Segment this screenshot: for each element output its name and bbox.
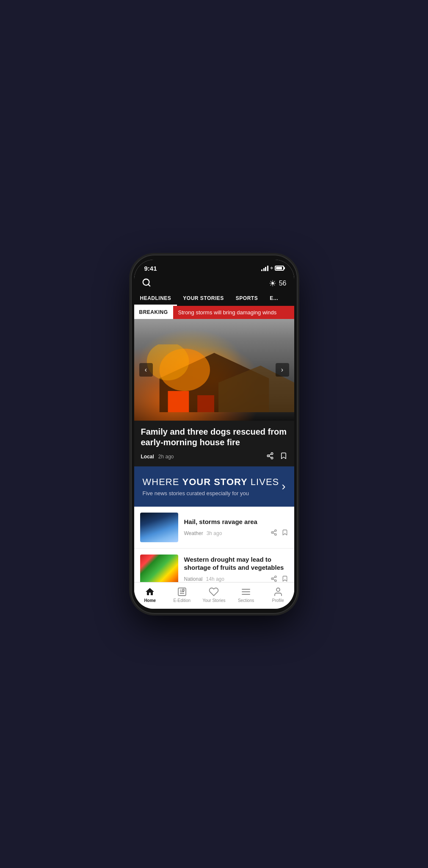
news-item: Western drought may lead to shortage of …: [134, 549, 294, 582]
phone-screen: 9:41 ⌖: [134, 260, 294, 609]
share-icon: [266, 452, 274, 460]
hero-meta: Local 2h ago: [141, 452, 287, 461]
news-meta-left: Weather 3h ago: [184, 530, 222, 536]
svg-line-22: [273, 577, 275, 578]
profile-label: Profile: [272, 598, 284, 603]
svg-line-1: [148, 284, 150, 286]
tab-your-stories[interactable]: YOUR STORIES: [177, 292, 229, 306]
news-content: Hail, storms ravage area Weather 3h ago: [184, 518, 288, 538]
breaking-text: Strong storms will bring damaging winds: [173, 306, 294, 319]
news-meta-left: National 14h ago: [184, 576, 224, 582]
svg-point-31: [276, 588, 280, 591]
search-button[interactable]: [142, 278, 151, 289]
hero-bookmark-button[interactable]: [280, 452, 287, 461]
sun-icon: ☀: [269, 278, 276, 288]
main-scroll[interactable]: ‹ › Family and three dogs rescued from e…: [134, 319, 294, 582]
battery-icon: [275, 266, 284, 271]
bottom-nav-your-stories[interactable]: Your Stories: [198, 582, 230, 609]
hero-prev-button[interactable]: ‹: [139, 363, 153, 377]
share-icon: [271, 529, 277, 536]
hero-section: ‹ › Family and three dogs rescued from e…: [134, 319, 294, 466]
bookmark-icon: [280, 452, 287, 460]
bottom-nav-home[interactable]: Home: [134, 582, 166, 609]
news-time: 3h ago: [207, 530, 222, 536]
profile-icon: [273, 587, 283, 597]
svg-line-16: [273, 533, 275, 534]
svg-rect-4: [168, 391, 189, 412]
edition-icon: [177, 587, 187, 597]
svg-line-21: [273, 579, 275, 580]
news-item: Hail, storms ravage area Weather 3h ago: [134, 507, 294, 549]
hero-actions: [266, 452, 287, 461]
promo-title: WHERE YOUR STORY LIVES: [143, 477, 279, 488]
news-list: Hail, storms ravage area Weather 3h ago: [134, 507, 294, 582]
promo-text-block: WHERE YOUR STORY LIVES Five news stories…: [143, 477, 279, 496]
status-icons: ⌖: [261, 265, 284, 272]
news-bookmark-button[interactable]: [282, 529, 288, 537]
bottom-nav-profile[interactable]: Profile: [262, 582, 294, 609]
news-meta: Weather 3h ago: [184, 529, 288, 537]
hero-time: 2h ago: [158, 454, 174, 460]
promo-banner[interactable]: WHERE YOUR STORY LIVES Five news stories…: [134, 466, 294, 507]
app-header: ☀ 56 HEADLINES YOUR STORIES SPORTS E...: [134, 275, 294, 306]
signal-bars-icon: [261, 266, 268, 271]
sections-label: Sections: [238, 598, 254, 603]
promo-title-bold: YOUR STORY: [182, 477, 248, 487]
breaking-bar[interactable]: BREAKING Strong storms will bring damagi…: [134, 306, 294, 319]
svg-line-12: [269, 454, 271, 455]
status-bar: 9:41 ⌖: [134, 260, 294, 275]
bookmark-icon: [282, 529, 288, 536]
news-share-button[interactable]: [271, 529, 277, 537]
news-thumb-veggies: [140, 555, 178, 582]
news-share-button[interactable]: [271, 575, 277, 582]
hero-next-button[interactable]: ›: [276, 363, 289, 377]
news-category: Weather: [184, 530, 203, 536]
hero-share-button[interactable]: [266, 452, 274, 461]
hero-image: ‹ ›: [134, 319, 294, 421]
hero-bottom: Family and three dogs rescued from early…: [134, 421, 294, 466]
bottom-nav-edition[interactable]: E-Edition: [166, 582, 198, 609]
hero-headline: Family and three dogs rescued from early…: [141, 427, 287, 448]
news-headline: Hail, storms ravage area: [184, 518, 288, 526]
tab-more[interactable]: E...: [264, 292, 284, 306]
heart-icon: [209, 587, 219, 597]
notch: [188, 260, 241, 274]
edition-label: E-Edition: [174, 598, 191, 603]
svg-line-17: [273, 531, 275, 532]
breaking-label: BREAKING: [134, 306, 173, 319]
promo-arrow-icon: ›: [282, 480, 285, 493]
svg-rect-5: [197, 395, 214, 412]
share-icon: [271, 575, 277, 582]
tab-headlines[interactable]: HEADLINES: [134, 292, 177, 306]
battery-fill: [276, 267, 282, 269]
hero-meta-left: Local 2h ago: [141, 454, 174, 460]
weather-display: ☀ 56: [269, 278, 287, 288]
tab-sports[interactable]: SPORTS: [230, 292, 264, 306]
bottom-nav: Home E-Edition Your Stories: [134, 582, 294, 609]
wifi-icon: ⌖: [270, 265, 273, 272]
home-icon: [145, 587, 155, 597]
bottom-nav-sections[interactable]: Sections: [230, 582, 262, 609]
nav-tabs: HEADLINES YOUR STORIES SPORTS E...: [134, 292, 294, 306]
home-label: Home: [144, 598, 156, 603]
bookmark-icon: [282, 575, 288, 582]
top-bar: ☀ 56: [134, 275, 294, 292]
temperature: 56: [279, 280, 287, 287]
sections-icon: [241, 587, 251, 597]
news-bookmark-button[interactable]: [282, 575, 288, 582]
your-stories-label: Your Stories: [202, 598, 225, 603]
hero-house-svg: [134, 344, 294, 412]
news-actions: [271, 529, 288, 537]
news-category: National: [184, 576, 203, 582]
promo-subtitle: Five news stories curated especially for…: [143, 490, 279, 496]
news-headline: Western drought may lead to shortage of …: [184, 555, 288, 572]
news-time: 14h ago: [206, 576, 224, 582]
svg-line-11: [269, 456, 271, 458]
hero-category: Local: [141, 454, 154, 460]
svg-rect-27: [182, 589, 184, 591]
news-meta: National 14h ago: [184, 575, 288, 582]
phone-frame: 9:41 ⌖: [132, 255, 297, 613]
status-time: 9:41: [144, 265, 157, 272]
news-thumb-storm: [140, 513, 178, 542]
search-icon: [142, 278, 151, 287]
